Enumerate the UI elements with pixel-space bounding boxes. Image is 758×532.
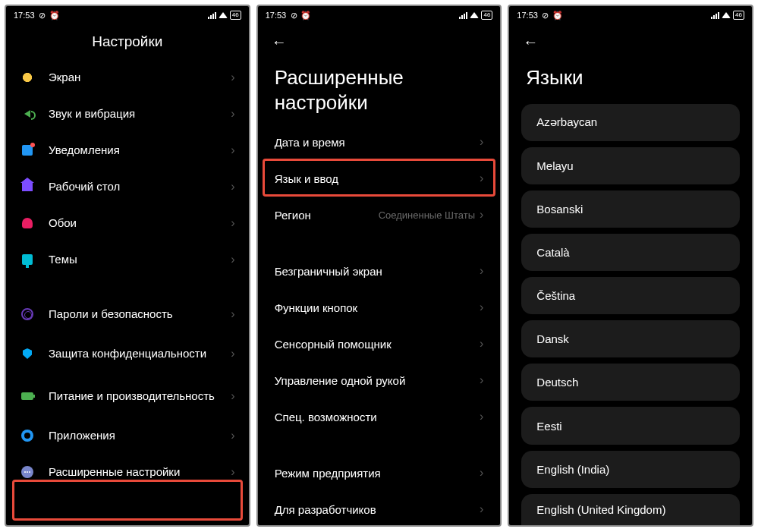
signal-icon (711, 12, 719, 19)
row-fullscreen[interactable]: Безграничный экран › (258, 253, 501, 289)
row-accessibility[interactable]: Спец. возможности › (258, 398, 501, 435)
lang-label: Čeština (536, 289, 575, 302)
row-developer[interactable]: Для разработчиков › (258, 491, 501, 525)
settings-list: Экран › Звук и вибрация › Уведомления › … (6, 59, 249, 525)
header: ← (258, 24, 501, 59)
row-region[interactable]: Регион Соединенные Штаты › (258, 197, 501, 233)
more-icon (20, 464, 35, 480)
lang-danish[interactable]: Dansk (521, 320, 740, 357)
row-datetime[interactable]: Дата и время › (258, 124, 501, 160)
chevron-right-icon: › (231, 347, 234, 360)
row-label: Темы (49, 253, 231, 267)
chevron-right-icon: › (231, 180, 234, 194)
chevron-right-icon: › (480, 410, 483, 423)
signal-icon (208, 12, 216, 19)
row-label: Спец. возможности (275, 411, 480, 423)
row-label: Функции кнопок (275, 301, 480, 314)
battery-icon: 46 (481, 11, 492, 20)
row-privacy[interactable]: Защита конфиденциальности › (6, 332, 249, 375)
row-touch-assist[interactable]: Сенсорный помощник › (258, 326, 501, 362)
phone-advanced: 17:53 ⊘ ⏰ 46 ← Расширенные настройки Дат… (256, 5, 502, 527)
status-bar: 17:53 ⊘ ⏰ 46 (258, 6, 501, 24)
row-label: Защита конфиденциальности (49, 347, 231, 361)
row-wallpaper[interactable]: Обои › (6, 205, 249, 241)
row-label: Дата и время (275, 136, 480, 149)
chevron-right-icon: › (480, 172, 483, 185)
row-themes[interactable]: Темы › (6, 241, 249, 278)
row-label: Язык и ввод (275, 172, 480, 185)
row-display[interactable]: Экран › (6, 59, 249, 96)
lang-label: Melayu (536, 159, 573, 172)
chevron-right-icon: › (480, 208, 483, 222)
dnd-icon: ⊘ (289, 11, 298, 20)
lang-label: English (United Kingdom) (536, 503, 665, 516)
language-list: Azərbaycan Melayu Bosanski Català Češtin… (509, 104, 752, 526)
chevron-right-icon: › (231, 143, 234, 157)
row-label: Приложения (49, 429, 231, 443)
notification-icon (20, 143, 35, 158)
row-home[interactable]: Рабочий стол › (6, 168, 249, 205)
shield-icon (20, 346, 35, 361)
lang-label: Dansk (536, 332, 569, 345)
lang-bosnian[interactable]: Bosanski (521, 190, 740, 228)
page-title: Настройки (92, 33, 162, 50)
wifi-icon (470, 12, 479, 18)
chevron-right-icon: › (480, 502, 483, 516)
battery-icon: 46 (733, 11, 744, 20)
row-label: Питание и производительность (49, 389, 231, 404)
lang-malay[interactable]: Melayu (521, 147, 740, 184)
row-advanced[interactable]: Расширенные настройки › (6, 454, 249, 490)
row-buttons[interactable]: Функции кнопок › (258, 289, 501, 326)
row-label: Безграничный экран (275, 265, 480, 278)
lang-czech[interactable]: Čeština (521, 277, 740, 314)
dnd-icon: ⊘ (541, 11, 550, 20)
lang-label: Bosanski (536, 203, 583, 216)
lang-english-uk[interactable]: English (United Kingdom) (521, 494, 740, 525)
row-apps[interactable]: Приложения › (6, 417, 249, 454)
chevron-right-icon: › (231, 465, 234, 479)
chevron-right-icon: › (231, 389, 234, 403)
row-notifications[interactable]: Уведомления › (6, 132, 249, 168)
sun-icon (20, 70, 35, 85)
row-label: Режим предприятия (275, 467, 480, 480)
fingerprint-icon (20, 307, 35, 322)
theme-icon (20, 252, 35, 267)
phone-languages: 17:53 ⊘ ⏰ 46 ← Языки Azərbaycan Melayu B… (508, 5, 753, 527)
row-onehand[interactable]: Управление одной рукой › (258, 362, 501, 398)
row-label: Рабочий стол (49, 180, 231, 194)
lang-label: Català (536, 246, 569, 259)
header: Настройки (6, 24, 249, 59)
row-sound[interactable]: Звук и вибрация › (6, 96, 249, 132)
back-arrow-icon[interactable]: ← (523, 33, 538, 51)
back-arrow-icon[interactable]: ← (272, 33, 287, 51)
home-icon (20, 179, 35, 194)
chevron-right-icon: › (480, 135, 483, 149)
lang-estonian[interactable]: Eesti (521, 407, 740, 444)
row-label: Регион (275, 209, 379, 222)
status-bar: 17:53 ⊘ ⏰ 46 (509, 6, 752, 24)
page-title: Расширенные настройки (258, 59, 501, 124)
chevron-right-icon: › (231, 253, 234, 266)
wifi-icon (722, 12, 731, 18)
chevron-right-icon: › (480, 337, 483, 351)
row-power[interactable]: Питание и производительность › (6, 375, 249, 417)
lang-azerbaijani[interactable]: Azərbaycan (521, 104, 740, 141)
lang-german[interactable]: Deutsch (521, 364, 740, 401)
row-passwords[interactable]: Пароли и безопасность › (6, 296, 249, 332)
chevron-right-icon: › (480, 466, 483, 480)
alarm-icon: ⏰ (553, 11, 562, 20)
row-enterprise[interactable]: Режим предприятия › (258, 455, 501, 491)
lang-label: English (India) (536, 463, 609, 476)
status-time: 17:53 (517, 11, 538, 20)
status-time: 17:53 (14, 11, 35, 20)
status-bar: 17:53 ⊘ ⏰ 46 (6, 6, 249, 24)
row-label: Обои (49, 216, 231, 231)
lang-english-india[interactable]: English (India) (521, 451, 740, 488)
chevron-right-icon: › (480, 373, 483, 387)
alarm-icon: ⏰ (50, 11, 59, 20)
wallpaper-icon (20, 216, 35, 231)
chevron-right-icon: › (231, 429, 234, 442)
row-language-input[interactable]: Язык и ввод › (258, 160, 501, 197)
chevron-right-icon: › (480, 264, 483, 278)
lang-catalan[interactable]: Català (521, 234, 740, 271)
